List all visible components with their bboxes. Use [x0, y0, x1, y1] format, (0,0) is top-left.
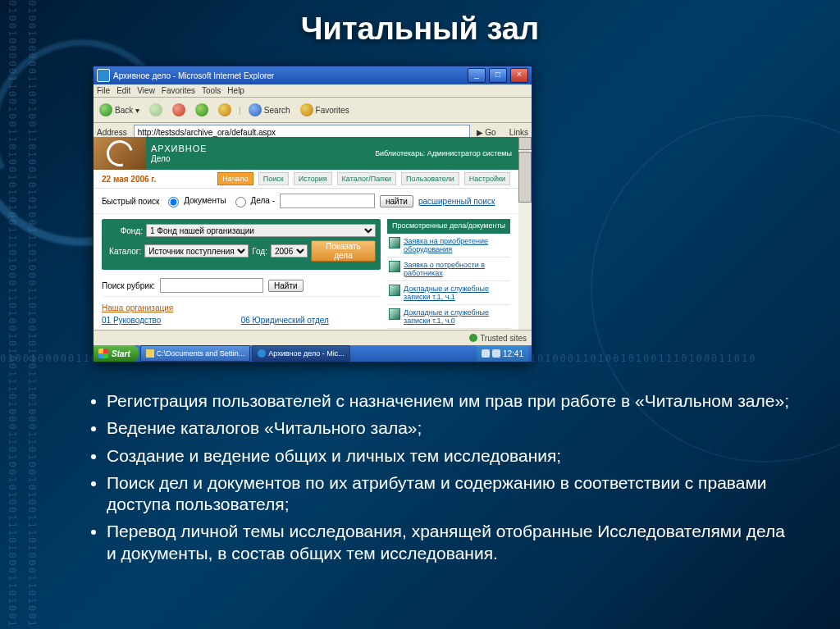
menu-view[interactable]: View [137, 86, 155, 95]
side-item[interactable]: Докладные и служебные записки т.1, ч.1 [387, 281, 510, 305]
rubric-input[interactable] [160, 278, 263, 293]
nav-bar: 22 мая 2006 г. Начало Поиск История Ката… [94, 170, 518, 189]
advanced-search-link[interactable]: расширенный поиск [418, 197, 495, 206]
year-label: Год: [252, 247, 267, 256]
tab-history[interactable]: История [294, 172, 332, 185]
radio-documents-label: Документы [184, 196, 226, 205]
bullet-item: Регистрация пользователей с назначением … [107, 390, 799, 412]
side-item[interactable]: Заявка на приобретение оборудования [387, 234, 510, 258]
menu-tools[interactable]: Tools [202, 86, 221, 95]
tab-home[interactable]: Начало [217, 172, 253, 185]
window-title: Архивное дело - Microsoft Internet Explo… [113, 71, 274, 80]
side-item[interactable]: Заявка о потребности в работниках [387, 258, 510, 281]
toolbar: Back ▾ | Search Favorites [94, 98, 532, 123]
folder-icon [146, 349, 154, 358]
browser-window: Архивное дело - Microsoft Internet Explo… [93, 66, 532, 362]
user-info: Библиотекарь: Администратор системы [375, 149, 518, 157]
year-select[interactable]: 2006 [271, 244, 308, 258]
search-button[interactable]: Search [246, 103, 293, 117]
doc-icon [389, 308, 400, 320]
go-label: Go [485, 128, 495, 137]
status-bar: Trusted sites [94, 330, 532, 345]
page-content: АРХИВНОЕ Дело Библиотекарь: Администрато… [94, 137, 518, 330]
windows-icon [98, 349, 108, 358]
quick-search-label: Быстрый поиск [102, 197, 159, 206]
org-title[interactable]: Наша организация [102, 303, 381, 312]
side-link[interactable]: Докладные и служебные записки т.1, ч.1 [404, 285, 509, 301]
home-icon [218, 103, 231, 116]
tab-users[interactable]: Пользователи [401, 172, 459, 185]
refresh-icon [195, 103, 208, 116]
quick-search-input[interactable] [280, 194, 375, 208]
org-link[interactable]: 01 Руководство [102, 316, 208, 325]
scroll-up-icon[interactable] [518, 137, 532, 150]
side-link[interactable]: Заявка на приобретение оборудования [404, 237, 509, 253]
task-button[interactable]: Архивное дело - Mic... [252, 345, 350, 362]
vertical-scrollbar[interactable] [518, 137, 532, 330]
task-label: C:\Documents and Settin... [157, 349, 245, 358]
security-zone[interactable]: Trusted sites [469, 334, 527, 343]
left-column: Фонд: 1 Фонд нашей организации Каталог: … [102, 219, 381, 330]
menu-bar: File Edit View Favorites Tools Help [94, 84, 532, 98]
ie-icon [258, 349, 266, 358]
bullet-item: Ведение каталогов «Читального зала»; [107, 417, 799, 439]
minimize-button[interactable]: _ [468, 68, 486, 83]
bullet-item: Поиск дел и документов по их атрибутам и… [107, 472, 799, 516]
bullet-list: Регистрация пользователей с назначением … [74, 390, 799, 570]
back-button[interactable]: Back ▾ [97, 103, 142, 117]
links-label[interactable]: Links [509, 128, 528, 137]
tab-catalog[interactable]: Каталог/Папки [337, 172, 397, 185]
doc-icon [389, 237, 400, 248]
bullet-item: Создание и ведение общих и личных тем ис… [107, 445, 799, 467]
menu-file[interactable]: File [97, 86, 110, 95]
menu-help[interactable]: Help [227, 86, 244, 95]
maximize-button[interactable]: □ [489, 68, 507, 83]
favorites-button[interactable]: Favorites [298, 103, 352, 117]
start-button[interactable]: Start [94, 345, 139, 362]
doc-icon [389, 285, 400, 296]
forward-button[interactable] [147, 103, 165, 117]
org-link[interactable]: 06 Юридический отдел [241, 316, 349, 325]
clock: 12:41 [503, 349, 523, 358]
tray-icon[interactable] [492, 349, 500, 358]
catalog-select[interactable]: Источник поступления [144, 244, 249, 258]
fund-select[interactable]: 1 Фонд нашей организации [146, 224, 376, 237]
close-button[interactable]: × [510, 68, 528, 83]
slide-title: Читальный зал [0, 11, 840, 47]
system-tray[interactable]: 12:41 [477, 345, 528, 362]
scroll-thumb[interactable] [518, 152, 532, 203]
rubric-button[interactable]: Найти [268, 280, 304, 292]
radio-documents[interactable]: Документы [164, 194, 226, 207]
bullet-item: Перевод личной темы исследования, хранящ… [107, 521, 799, 564]
user-name: Администратор системы [427, 149, 512, 157]
app-header: АРХИВНОЕ Дело Библиотекарь: Администрато… [94, 137, 518, 170]
show-cases-button[interactable]: Показать дела [311, 240, 376, 262]
menu-edit[interactable]: Edit [116, 86, 130, 95]
tab-search[interactable]: Поиск [258, 172, 289, 185]
back-icon [99, 103, 112, 116]
tray-icon[interactable] [482, 349, 490, 358]
star-icon [300, 103, 313, 116]
side-header: Просмотренные дела/документы [387, 219, 510, 234]
side-item[interactable]: Докладные и служебные записки т.1, ч.0 [387, 305, 510, 329]
menu-favorites[interactable]: Favorites [162, 86, 195, 95]
window-titlebar[interactable]: Архивное дело - Microsoft Internet Explo… [94, 66, 532, 84]
main-area: Фонд: 1 Фонд нашей организации Каталог: … [94, 214, 518, 330]
fund-label: Фонд: [107, 226, 143, 235]
side-link[interactable]: Заявка о потребности в работниках [404, 261, 509, 277]
home-button[interactable] [216, 103, 234, 117]
refresh-button[interactable] [193, 103, 211, 117]
doc-icon [389, 261, 400, 272]
radio-cases[interactable]: Дела - [231, 194, 275, 207]
task-button[interactable]: C:\Documents and Settin... [140, 345, 251, 362]
trusted-label: Trusted sites [480, 334, 527, 343]
side-link[interactable]: Докладные и служебные записки т.1, ч.0 [404, 308, 509, 325]
quick-search-button[interactable]: найти [380, 195, 413, 207]
go-button[interactable]: ▶ Go [477, 128, 496, 137]
task-label: Архивное дело - Mic... [268, 349, 345, 358]
app-title: АРХИВНОЕ Дело [146, 144, 208, 162]
tab-settings[interactable]: Настройки [464, 172, 510, 185]
user-role-label: Библиотекарь: [375, 149, 425, 157]
stop-button[interactable] [170, 103, 188, 117]
forward-icon [149, 103, 162, 116]
